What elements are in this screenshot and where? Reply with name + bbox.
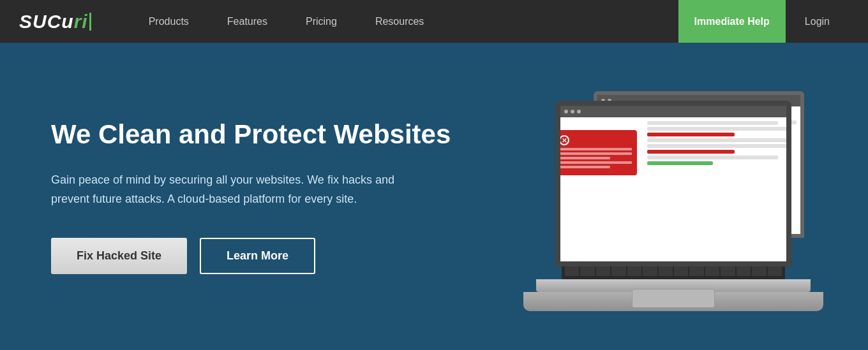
screen-row bbox=[647, 156, 778, 159]
key bbox=[596, 266, 610, 276]
popup-text bbox=[560, 152, 632, 155]
popup-text bbox=[560, 148, 632, 150]
screen-inner: ✕ bbox=[560, 106, 786, 261]
screen-row-red bbox=[647, 133, 735, 136]
popup-text bbox=[560, 157, 610, 159]
nav-item-resources[interactable]: Resources bbox=[356, 0, 443, 43]
key bbox=[580, 266, 594, 276]
laptop-trackpad bbox=[632, 289, 715, 308]
navbar: SUCuri Products Features Pricing Resourc… bbox=[0, 0, 868, 43]
laptop-screen: ✕ bbox=[555, 101, 791, 266]
login-link[interactable]: Login bbox=[786, 0, 849, 43]
nav-link-features[interactable]: Features bbox=[208, 0, 287, 43]
hero-content: We Clean and Protect Websites Gain peace… bbox=[51, 119, 451, 274]
key bbox=[689, 266, 703, 276]
key bbox=[705, 266, 719, 276]
logo-suc: SUCu bbox=[19, 11, 74, 33]
immediate-help-link[interactable]: Immediate Help bbox=[694, 16, 770, 27]
learn-more-button[interactable]: Learn More bbox=[200, 238, 315, 274]
logo-ri: ri bbox=[74, 11, 88, 33]
popup-text bbox=[560, 166, 610, 168]
hero-laptop-illustration: ✕ bbox=[523, 62, 830, 330]
screen-row bbox=[647, 138, 786, 142]
hero-title: We Clean and Protect Websites bbox=[51, 119, 451, 150]
key bbox=[674, 266, 688, 276]
dot2 bbox=[571, 110, 574, 113]
key bbox=[768, 266, 782, 276]
nav-item-pricing[interactable]: Pricing bbox=[287, 0, 356, 43]
screen-row-red bbox=[647, 150, 735, 154]
key bbox=[627, 266, 641, 276]
nav-links: Products Features Pricing Resources bbox=[130, 0, 678, 43]
nav-link-resources[interactable]: Resources bbox=[356, 0, 443, 43]
laptop: ✕ bbox=[523, 62, 830, 330]
screen-row-green bbox=[647, 161, 713, 165]
hero-section: We Clean and Protect Websites Gain peace… bbox=[0, 43, 868, 350]
dot1 bbox=[564, 110, 568, 113]
key bbox=[737, 266, 751, 276]
dot3 bbox=[577, 110, 581, 113]
logo[interactable]: SUCuri bbox=[19, 11, 91, 33]
key bbox=[721, 266, 735, 276]
warning-icon: ✕ bbox=[560, 135, 569, 145]
popup-text bbox=[560, 161, 632, 164]
nav-item-products[interactable]: Products bbox=[130, 0, 208, 43]
key bbox=[752, 266, 766, 276]
screen-topbar bbox=[560, 106, 786, 117]
login-nav-item[interactable]: Login bbox=[786, 0, 849, 43]
screen-row bbox=[647, 127, 786, 131]
fix-hacked-site-button[interactable]: Fix Hacked Site bbox=[51, 238, 187, 274]
key bbox=[643, 266, 657, 276]
immediate-help-button[interactable]: Immediate Help bbox=[678, 0, 786, 43]
screen-row bbox=[647, 121, 778, 125]
key bbox=[611, 266, 625, 276]
logo-cursor bbox=[89, 13, 91, 31]
nav-item-features[interactable]: Features bbox=[208, 0, 287, 43]
key bbox=[565, 266, 579, 276]
warning-popup: ✕ bbox=[560, 130, 637, 175]
key bbox=[659, 266, 673, 276]
hero-buttons: Fix Hacked Site Learn More bbox=[51, 238, 451, 274]
nav-link-pricing[interactable]: Pricing bbox=[287, 0, 356, 43]
nav-link-products[interactable]: Products bbox=[130, 0, 208, 43]
hero-description: Gain peace of mind by securing all your … bbox=[51, 170, 408, 209]
screen-row bbox=[647, 144, 786, 148]
